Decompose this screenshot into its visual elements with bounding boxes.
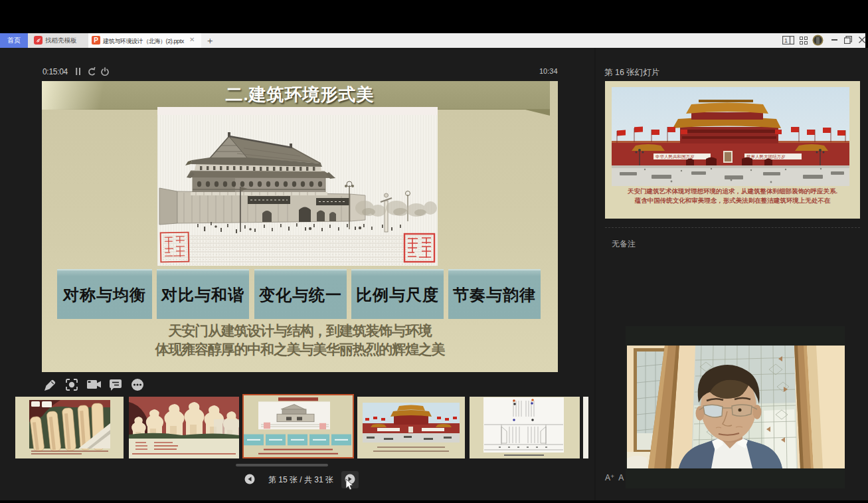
svg-text:世界人民大团结万岁: 世界人民大团结万岁 bbox=[746, 154, 786, 159]
svg-text:1: 1 bbox=[784, 37, 788, 44]
svg-text:中华人民共和国万岁: 中华人民共和国万岁 bbox=[655, 154, 695, 159]
